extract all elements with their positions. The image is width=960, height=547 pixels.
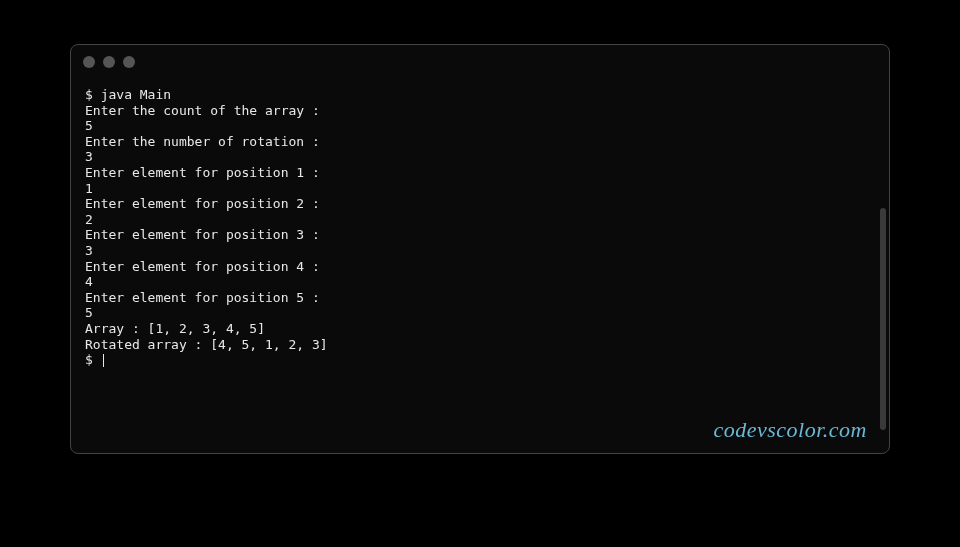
title-bar (71, 51, 889, 73)
terminal-line: 5 (85, 305, 93, 320)
terminal-line: Rotated array : [4, 5, 1, 2, 3] (85, 337, 328, 352)
terminal-body[interactable]: $ java Main Enter the count of the array… (71, 73, 889, 382)
terminal-line: Enter element for position 5 : (85, 290, 320, 305)
terminal-line: Enter element for position 4 : (85, 259, 320, 274)
terminal-line: Enter element for position 1 : (85, 165, 320, 180)
terminal-line: 5 (85, 118, 93, 133)
scrollbar[interactable] (880, 208, 886, 430)
cursor-icon (103, 354, 104, 367)
terminal-line: 4 (85, 274, 93, 289)
watermark: codevscolor.com (713, 417, 867, 443)
terminal-line: 3 (85, 243, 93, 258)
terminal-line: $ java Main (85, 87, 171, 102)
minimize-dot[interactable] (103, 56, 115, 68)
terminal-line: Enter the number of rotation : (85, 134, 320, 149)
terminal-line: 2 (85, 212, 93, 227)
terminal-line: Array : [1, 2, 3, 4, 5] (85, 321, 265, 336)
terminal-line: Enter element for position 2 : (85, 196, 320, 211)
terminal-line: 1 (85, 181, 93, 196)
terminal-prompt: $ (85, 352, 101, 367)
terminal-line: Enter element for position 3 : (85, 227, 320, 242)
terminal-window: $ java Main Enter the count of the array… (70, 44, 890, 454)
terminal-line: 3 (85, 149, 93, 164)
close-dot[interactable] (83, 56, 95, 68)
maximize-dot[interactable] (123, 56, 135, 68)
terminal-line: Enter the count of the array : (85, 103, 320, 118)
